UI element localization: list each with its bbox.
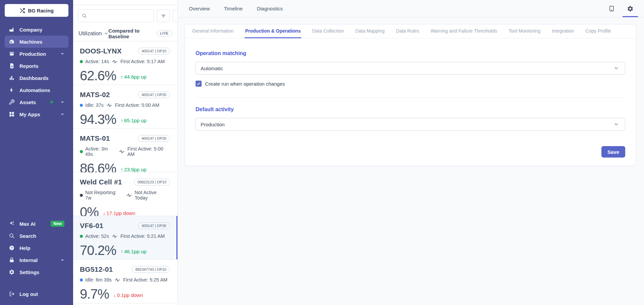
utilization-value: 94.3% <box>80 112 116 127</box>
sidebar-item-label: Max AI <box>19 221 36 227</box>
status-dot <box>80 278 83 281</box>
machine-settings-button[interactable] <box>623 0 638 17</box>
operation-matching-select[interactable]: Automatic <box>196 62 625 75</box>
chevron-down-icon <box>104 31 108 36</box>
sidebar-item-help[interactable]: ? Help <box>5 242 68 254</box>
utilization-value: 70.2% <box>80 243 116 258</box>
machine-card-bg512-01[interactable]: BG512-01 882347743 | OP10 Idle: 6m 39s F… <box>73 260 177 303</box>
machine-name: BG512-01 <box>80 265 113 273</box>
machine-id-badge: 400147 | OP20 <box>138 135 170 142</box>
gear-icon <box>9 269 15 275</box>
tab-data-mapping[interactable]: Data Mapping <box>355 25 385 38</box>
machine-search-box[interactable] <box>78 9 154 22</box>
filter-button[interactable] <box>157 9 170 22</box>
tab-diagnostics[interactable]: Diagnostics <box>257 6 283 11</box>
tab-data-collection[interactable]: Data Collection <box>311 25 344 38</box>
sidebar-item-max-ai[interactable]: Max AI New <box>5 218 68 230</box>
metric-dropdown[interactable]: Utilization <box>78 31 108 37</box>
tab-warning-failure-thresholds[interactable]: Warning and Failure Thresholds <box>430 25 498 38</box>
first-active-label: First Active: 5:21 AM <box>120 233 165 239</box>
machine-card-vf6-01[interactable]: VF6-01 400147 | OP30 Active: 52s First A… <box>73 216 177 260</box>
machine-detail-header: Overview Timeline Diagnostics <box>178 0 644 17</box>
chevron-down-icon <box>60 100 64 104</box>
sidebar-item-settings[interactable]: Settings <box>5 266 68 278</box>
tab-integration[interactable]: Integration <box>551 25 575 38</box>
machine-id-badge: 09823123 | OP10 <box>134 179 170 185</box>
save-button[interactable]: Save <box>601 146 625 158</box>
status-dot <box>80 104 83 107</box>
sparkles-icon <box>9 221 15 227</box>
sort-button[interactable] <box>173 9 178 22</box>
first-active-label: Not Active Today <box>135 190 170 201</box>
list-top-divider <box>73 0 177 5</box>
sidebar-item-dashboards[interactable]: Dashboards <box>5 72 68 84</box>
logout-button[interactable]: Log out <box>5 288 68 300</box>
sidebar-footer-nav: Max AI New Search ? Help Internal Settin… <box>0 218 73 278</box>
sidebar-item-machines[interactable]: Machines <box>5 36 68 48</box>
new-badge: New <box>51 221 64 227</box>
machine-card-mats-01[interactable]: MATS-01 400147 | OP20 Active: 3m 49s Fir… <box>73 129 177 172</box>
machine-name: MATS-01 <box>80 134 110 142</box>
tab-tool-monitoring[interactable]: Tool Monitoring <box>508 25 541 38</box>
first-active-label: First Active: 5:17 AM <box>120 59 165 64</box>
sidebar-item-search[interactable]: Search <box>5 230 68 242</box>
activity-icon <box>115 278 120 282</box>
sidebar-item-assets[interactable]: Assets <box>5 96 68 108</box>
create-run-checkbox[interactable] <box>196 81 202 87</box>
utilization-value: 9.7% <box>80 287 109 302</box>
first-active-label: First Active: 5:25 AM <box>123 277 167 282</box>
sidebar-item-company[interactable]: Company <box>5 24 68 36</box>
sidebar-item-label: Reports <box>19 63 39 69</box>
tab-production-operations[interactable]: Production & Operations <box>245 25 302 38</box>
settings-tabs: General Information Production & Operati… <box>185 25 636 38</box>
tab-data-rules[interactable]: Data Rules <box>395 25 420 38</box>
trend-up-icon <box>120 118 123 123</box>
sidebar-item-label: Dashboards <box>19 75 49 81</box>
svg-text:?: ? <box>11 246 13 250</box>
apps-grid-icon <box>9 111 15 117</box>
create-run-label[interactable]: Create run when operation changes <box>205 81 285 87</box>
activity-icon <box>112 234 117 238</box>
status-dot <box>80 194 83 197</box>
logout-label: Log out <box>19 291 38 297</box>
machine-status: Not Reporting: 7w <box>85 190 123 201</box>
tab-copy-profile[interactable]: Copy Profile <box>585 25 611 38</box>
tab-timeline[interactable]: Timeline <box>224 6 243 11</box>
sidebar-item-label: Machines <box>19 39 42 45</box>
chevron-down-icon <box>613 66 619 71</box>
logout-icon <box>9 291 15 297</box>
live-badge: LIVE <box>157 30 172 37</box>
assets-status-dot <box>50 101 53 103</box>
machine-card-weld-cell-1[interactable]: Weld Cell #1 09823123 | OP10 Not Reporti… <box>73 172 177 216</box>
sidebar-item-internal[interactable]: Internal <box>5 254 68 266</box>
sidebar-item-my-apps[interactable]: My Apps <box>5 108 68 120</box>
default-activity-select[interactable]: Production <box>196 118 625 131</box>
utilization-delta: 17.1pp down <box>103 210 135 216</box>
sidebar-item-label: Internal <box>19 257 38 263</box>
sidebar-item-label: Search <box>19 233 36 239</box>
machine-settings-card: General Information Production & Operati… <box>184 24 636 166</box>
main-content: Overview Timeline Diagnostics General In… <box>178 0 644 305</box>
trend-up-icon <box>120 74 123 80</box>
sidebar-item-production[interactable]: Production <box>5 48 68 60</box>
machine-id-badge: 400147 | OP10 <box>138 48 170 54</box>
machine-name: VF6-01 <box>80 222 103 230</box>
trend-down-icon <box>113 292 116 298</box>
tablet-view-button[interactable] <box>604 0 619 17</box>
machine-status: Active: 52s <box>85 233 109 239</box>
tab-overview[interactable]: Overview <box>189 6 210 11</box>
search-icon <box>9 233 15 239</box>
sidebar-item-automations[interactable]: Automations <box>5 84 68 96</box>
app-logo[interactable]: BG Racing <box>5 4 68 17</box>
sidebar-item-reports[interactable]: Reports <box>5 60 68 72</box>
operation-matching-title: Operation matching <box>196 50 625 56</box>
machine-status: Idle: 6m 39s <box>85 277 112 282</box>
activity-icon <box>112 59 117 64</box>
machine-card-doos-lynx[interactable]: DOOS-LYNX 400147 | OP10 Active: 14s Firs… <box>73 41 177 85</box>
chevron-down-icon <box>60 258 64 262</box>
machine-search-input[interactable] <box>90 13 150 18</box>
machine-status: Active: 3m 49s <box>85 146 116 157</box>
sidebar-item-label: Help <box>19 245 31 251</box>
machine-card-mats-02[interactable]: MATS-02 400147 | OP20 Idle: 37s First Ac… <box>73 85 177 129</box>
tab-general-information[interactable]: General Information <box>192 25 234 38</box>
